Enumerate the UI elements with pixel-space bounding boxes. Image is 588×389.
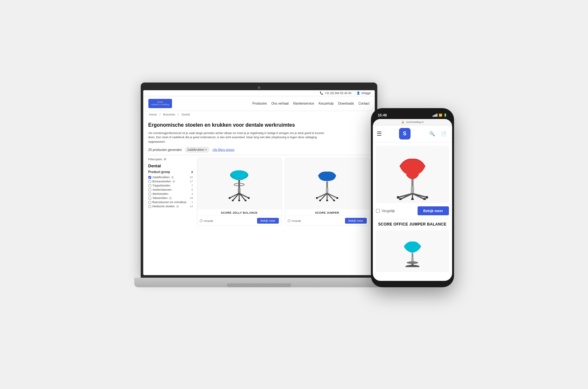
sidebar-group-title: Product groep ∧ bbox=[148, 170, 193, 174]
phone-product-title: SCORE OFFICE JUMPER BALANCE bbox=[376, 219, 449, 229]
sidebar: Filteropties ⚙ Dental Product groep ∧ Za… bbox=[148, 158, 193, 226]
nav-downloads[interactable]: Downloads bbox=[338, 102, 354, 105]
product-title-jolly: SCORE JOLLY BALANCE bbox=[197, 209, 281, 216]
phone-compare[interactable]: Vergelijk bbox=[376, 209, 395, 213]
lock-icon: 🔒 bbox=[401, 121, 404, 123]
filter-options-label: Filteropties ⚙ bbox=[148, 158, 193, 161]
svg-point-34 bbox=[397, 196, 399, 199]
info-icon-zadelkrukken: i bbox=[171, 176, 174, 179]
battery-icon: 🔋 bbox=[443, 114, 447, 117]
info-icon-medische-stoelen: i bbox=[176, 205, 179, 208]
checkbox-medische-stoelen[interactable] bbox=[148, 205, 151, 208]
breadcrumb-branches[interactable]: Branches bbox=[163, 113, 175, 116]
phone-nav-bar: ☰ S 🔍 📄 bbox=[373, 125, 452, 142]
breadcrumb-home[interactable]: Home bbox=[149, 113, 157, 116]
products-found-count: 20 producten gevonden bbox=[148, 148, 182, 152]
nav-ons-verhaal[interactable]: Ons verhaal bbox=[271, 102, 289, 105]
compare-jumper[interactable]: Vergelijk bbox=[288, 219, 301, 222]
sidebar-item-voetensteunen: Voetensteunen 5 bbox=[148, 188, 193, 191]
svg-point-9 bbox=[229, 197, 231, 199]
topbar-login-label: Inlogge bbox=[361, 91, 371, 95]
svg-line-20 bbox=[327, 193, 334, 201]
product-card-jolly-balance: SCORE JOLLY BALANCE Vergelijk Bekijk mee… bbox=[197, 158, 282, 226]
filter-icon: ⚙ bbox=[164, 158, 166, 161]
bekijk-meer-jumper[interactable]: Bekijk meer bbox=[345, 218, 366, 224]
nav-keuzehulp[interactable]: Keuzehulp bbox=[318, 102, 333, 105]
laptop-nav-items: Producten Ons verhaal Klantenservice Keu… bbox=[252, 102, 369, 105]
sidebar-item-trippelstoelen: Trippelstoelen 7 bbox=[148, 184, 193, 187]
page-description: Als mondzorgprofessional zit je vaak lan… bbox=[148, 131, 327, 144]
wifi-icon: 📶 bbox=[439, 114, 442, 117]
laptop-screen-outer: 📞 +31 (0) 594 55 40 00 👤 Inlogge Score e… bbox=[141, 83, 377, 278]
bekijk-meer-jolly[interactable]: Bekijk meer bbox=[257, 218, 278, 224]
checkbox-voetensteunen[interactable] bbox=[148, 188, 151, 191]
product-image-jumper bbox=[285, 158, 369, 209]
sidebar-item-werkstoelen: Werkstoelen 4 bbox=[148, 192, 193, 195]
phone-status-bar: 15:49 📶 🔋 bbox=[373, 112, 452, 118]
sidebar-item-bureaustoelen: Bureaustoelen i 17 bbox=[148, 180, 193, 183]
phone-time: 15:49 bbox=[378, 113, 387, 117]
svg-line-5 bbox=[239, 193, 249, 198]
collapse-icon[interactable]: ∧ bbox=[191, 170, 193, 174]
mobile-phone: 15:49 📶 🔋 🔒 scoreseating.nl ☰ S bbox=[371, 108, 454, 287]
phone-status-right: 📶 🔋 bbox=[433, 114, 447, 117]
svg-line-4 bbox=[230, 193, 239, 198]
checkbox-bureaustoelen[interactable] bbox=[148, 180, 151, 183]
svg-line-18 bbox=[327, 193, 337, 198]
sidebar-item-zadelkrukken: Zadelkrukken i 20 bbox=[148, 176, 193, 179]
svg-point-23 bbox=[336, 197, 338, 199]
phone-bekijk-meer[interactable]: Bekijk meer bbox=[418, 206, 449, 215]
svg-rect-28 bbox=[411, 187, 414, 194]
laptop-camera bbox=[258, 86, 260, 89]
svg-point-10 bbox=[248, 197, 250, 199]
url-text: scoreseating.nl bbox=[406, 121, 424, 123]
nav-contact[interactable]: Contact bbox=[358, 102, 369, 105]
phone-icon: 📞 bbox=[320, 91, 323, 95]
phone-product-actions: Vergelijk Bekijk meer bbox=[376, 206, 449, 215]
active-filter-tag[interactable]: Zadelkrukken × bbox=[185, 147, 209, 152]
checkbox-werkstoelen[interactable] bbox=[148, 193, 151, 195]
phone-screen: 🔒 scoreseating.nl ☰ S 🔍 📄 bbox=[373, 119, 452, 281]
logo-tagline: experts in seating bbox=[152, 103, 169, 106]
svg-rect-3 bbox=[238, 188, 240, 194]
checkbox-trippelstoelen[interactable] bbox=[148, 184, 151, 187]
topbar-phone-number: +31 (0) 594 55 40 00 bbox=[325, 91, 351, 95]
laptop-products: SCORE JOLLY BALANCE Vergelijk Bekijk mee… bbox=[197, 158, 370, 226]
sidebar-item-taboeretten: Taboeretten i 18 bbox=[148, 196, 193, 200]
page-title: Ergonomische stoelen en krukken voor den… bbox=[148, 122, 370, 129]
phone-product-image-teal bbox=[376, 230, 449, 272]
compare-jolly[interactable]: Vergelijk bbox=[200, 219, 213, 222]
hamburger-icon[interactable]: ☰ bbox=[377, 130, 382, 137]
nav-klantenservice[interactable]: Klantenservice bbox=[293, 102, 314, 105]
laptop-logo[interactable]: Score experts in seating bbox=[148, 99, 172, 108]
phone-nav-icons: 🔍 📄 bbox=[428, 129, 448, 138]
product-title-jumper: SCORE JUMPER bbox=[285, 209, 369, 216]
svg-point-43 bbox=[405, 265, 419, 267]
search-icon[interactable]: 🔍 bbox=[428, 129, 437, 138]
svg-rect-16 bbox=[326, 188, 328, 194]
svg-line-19 bbox=[320, 193, 327, 201]
sidebar-section-title: Dental bbox=[148, 163, 193, 168]
main-layout: Filteropties ⚙ Dental Product groep ∧ Za… bbox=[148, 158, 370, 226]
checkbox-taboeretten[interactable] bbox=[148, 197, 151, 200]
sidebar-item-medische-stoelen: Medische stoelen i 14 bbox=[148, 205, 193, 208]
svg-point-41 bbox=[407, 261, 418, 264]
laptop-content: Ergonomische stoelen en krukken voor den… bbox=[143, 118, 375, 230]
nav-producten[interactable]: Producten bbox=[252, 102, 267, 105]
clear-filters-link[interactable]: Alle filters wissen bbox=[212, 148, 234, 151]
svg-line-17 bbox=[317, 193, 327, 198]
phone-product-main: Vergelijk Bekijk meer SCORE OFFICE JUMPE… bbox=[373, 142, 452, 275]
svg-point-26 bbox=[326, 200, 328, 201]
svg-point-35 bbox=[426, 196, 428, 199]
svg-point-38 bbox=[411, 198, 414, 200]
checkbox-beensteunen[interactable] bbox=[148, 201, 151, 204]
checkbox-zadelkrukken[interactable] bbox=[148, 176, 151, 179]
breadcrumb: Home / Branches / Dental bbox=[143, 111, 375, 118]
product-actions-jumper: Vergelijk Bekijk meer bbox=[285, 216, 369, 226]
topbar-login[interactable]: 👤 Inlogge bbox=[357, 91, 371, 95]
phone-logo[interactable]: S bbox=[399, 128, 411, 139]
signal-bars-icon bbox=[433, 114, 437, 117]
bookmark-icon[interactable]: 📄 bbox=[439, 129, 448, 138]
laptop-hinge bbox=[227, 283, 291, 287]
laptop-topbar: 📞 +31 (0) 594 55 40 00 👤 Inlogge bbox=[143, 90, 375, 96]
